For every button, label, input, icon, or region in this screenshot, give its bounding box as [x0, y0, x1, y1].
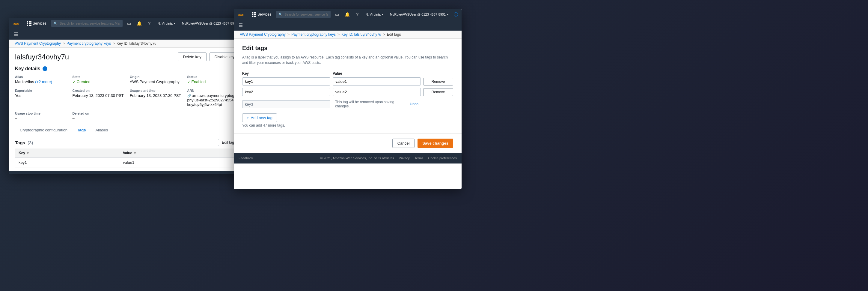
panel-breadcrumb-sep-3: > [383, 32, 385, 37]
usage-stop-value: – [15, 116, 68, 121]
breadcrumb-service[interactable]: AWS Payment Cryptography [15, 41, 61, 46]
key-details-info-icon[interactable]: i [42, 66, 48, 71]
tags-title-text: Tags [15, 140, 25, 145]
save-changes-button[interactable]: Save changes [417, 139, 453, 148]
origin-field: Origin AWS Payment Cryptography [130, 75, 183, 84]
breadcrumb-sep-1: > [63, 41, 65, 46]
panel-region-caret: ▼ [381, 13, 384, 16]
cloudshell-icon[interactable]: ▭ [126, 20, 132, 27]
tag-value-input-2[interactable] [333, 88, 421, 96]
usage-start-field: Usage start time February 13, 2023 07:30… [130, 89, 183, 107]
account-label: MyRole/AWSUser @ 0123-4567-8901 [182, 22, 238, 25]
panel-footer-terms[interactable]: Terms [414, 156, 424, 160]
add-new-tag-button[interactable]: + Add new tag [242, 113, 277, 122]
breadcrumb-section[interactable]: Payment cryptography keys [66, 41, 111, 46]
panel-window: aws Services 🔍 ▭ 🔔 ? N. Virginia ▼ MyRol… [234, 9, 462, 189]
col-key-header[interactable]: Key ▼ [15, 148, 119, 158]
panel-grid-icon [252, 12, 256, 17]
usage-start-value: February 13, 2023 07:30 PST [130, 93, 183, 98]
key-sort-header[interactable]: Key ▼ [19, 151, 116, 155]
key-details-header: Key details i [15, 66, 240, 71]
help-icon[interactable]: ? [146, 20, 153, 27]
undo-link[interactable]: Undo [410, 102, 418, 106]
panel-search-input[interactable] [284, 12, 328, 16]
panel-bell-icon[interactable]: 🔔 [344, 11, 350, 18]
panel-description: A tag is a label that you assign to an A… [242, 55, 453, 65]
key-col-label: Key [19, 151, 25, 155]
value-sort-icon: ▼ [133, 151, 136, 155]
tab-tags[interactable]: Tags [72, 125, 91, 135]
arn-text: arn:aws:paymentcryptography:us-east-2:52… [187, 93, 239, 107]
account-selector[interactable]: MyRole/AWSUser @ 0123-4567-8901 ▼ [181, 21, 242, 26]
col-value-header[interactable]: Value ▼ [119, 148, 240, 158]
panel-services-button[interactable]: Services [250, 12, 273, 18]
tag-key-input-1[interactable] [242, 78, 330, 86]
breadcrumb-sep-2: > [113, 41, 115, 46]
panel-footer-privacy[interactable]: Privacy [399, 156, 410, 160]
tags-table: Key ▼ Value ▼ key1 [15, 148, 240, 171]
panel-search-icon: 🔍 [278, 12, 283, 17]
key-sort-icon: ▼ [26, 151, 29, 155]
panel-info-icon[interactable]: i [454, 12, 458, 17]
tab-cryptographic[interactable]: Cryptographic configuration [15, 125, 72, 135]
breadcrumb-panel: AWS Payment Cryptography > Payment crypt… [234, 31, 462, 39]
tag-key-input-2[interactable] [242, 88, 330, 96]
nav-right-controls: ▭ 🔔 ? N. Virginia ▼ MyRole/AWSUser @ 012… [126, 20, 242, 27]
exportable-value: Yes [15, 93, 68, 98]
deleted-on-value: – [72, 116, 125, 121]
aws-logo[interactable]: aws [12, 20, 22, 26]
panel-search-bar[interactable]: 🔍 [276, 11, 331, 18]
add-tag-label: Add new tag [251, 116, 273, 120]
panel-title: Edit tags [242, 45, 453, 52]
search-bar[interactable]: 🔍 [51, 20, 123, 27]
services-menu-button[interactable]: Services [25, 21, 48, 26]
tag-value-input-1[interactable] [333, 78, 421, 86]
bell-icon[interactable]: 🔔 [136, 20, 143, 27]
cancel-button[interactable]: Cancel [392, 139, 414, 148]
panel-breadcrumb-service[interactable]: AWS Payment Cryptography [240, 32, 286, 37]
panel-footer-copyright: © 2021, Amazon Web Services, Inc. or its… [320, 156, 394, 160]
exportable-label: Exportable [15, 89, 68, 92]
tabs-bar: Cryptographic configuration Tags Aliases [15, 125, 240, 135]
usage-start-label: Usage start time [130, 89, 183, 92]
panel-footer-feedback[interactable]: Feedback [239, 156, 253, 160]
panel-help-icon[interactable]: ? [354, 11, 361, 18]
search-input[interactable] [60, 22, 120, 25]
panel-hamburger-icon[interactable]: ☰ [237, 21, 244, 29]
state-label: State [72, 75, 125, 79]
panel-account-selector[interactable]: MyRole/AWSUser @ 0123-4567-8901 ▼ [389, 12, 450, 17]
tags-section: Tags (3) Edit tags Key ▼ [15, 135, 240, 171]
deleted-on-label: Deleted on [72, 112, 125, 115]
panel-breadcrumb-section[interactable]: Payment cryptography keys [291, 32, 336, 37]
delete-key-button[interactable]: Delete key [178, 53, 206, 61]
secondary-nav-main: ☰ [9, 29, 246, 39]
services-label: Services [33, 21, 46, 26]
main-footer: Feedback © 2021, Amazon Web Services, In… [9, 171, 246, 174]
arn-field: ARN 🔗 arn:aws:paymentcryptography:us-eas… [187, 89, 240, 107]
panel-nav-right: ▭ 🔔 ? N. Virginia ▼ MyRole/AWSUser @ 012… [334, 11, 458, 18]
svg-text:aws: aws [13, 22, 19, 25]
status-value: Enabled [187, 80, 240, 84]
tag-key-input-3 [242, 100, 330, 108]
tag-remove-button-2[interactable]: Remove [423, 88, 453, 96]
tag-key-cell-1: key2 [15, 167, 119, 172]
page-title: lalsfuyr34ovhy7u [15, 53, 69, 61]
panel-footer-cookie[interactable]: Cookie preferences [428, 156, 457, 160]
alias-field: Alias MarksAlias (+2 more) [15, 75, 68, 84]
panel-cloudshell-icon[interactable]: ▭ [334, 11, 340, 18]
tag-remove-button-1[interactable]: Remove [423, 78, 453, 86]
value-sort-header[interactable]: Value ▼ [123, 151, 236, 155]
created-on-field: Created on February 13, 2023 07:30 PST [72, 89, 125, 107]
panel-breadcrumb-sep-2: > [338, 32, 340, 37]
panel-breadcrumb-key-id[interactable]: Key ID: lalsfuyr34ovhy7u [341, 32, 381, 37]
tab-aliases[interactable]: Aliases [91, 125, 113, 135]
panel-region-selector[interactable]: N. Virginia ▼ [364, 12, 385, 17]
panel-breadcrumb-sep-1: > [287, 32, 289, 37]
region-selector[interactable]: N. Virginia ▼ [156, 21, 177, 26]
alias-extra[interactable]: (+2 more) [35, 80, 52, 84]
hamburger-icon[interactable]: ☰ [12, 30, 19, 38]
panel-footer: Feedback © 2021, Amazon Web Services, In… [234, 153, 462, 164]
aws-logo-panel[interactable]: aws [237, 11, 247, 18]
tag-removal-notice: This tag will be removed upon saving cha… [333, 98, 421, 110]
key-details-title: Key details [15, 66, 40, 71]
